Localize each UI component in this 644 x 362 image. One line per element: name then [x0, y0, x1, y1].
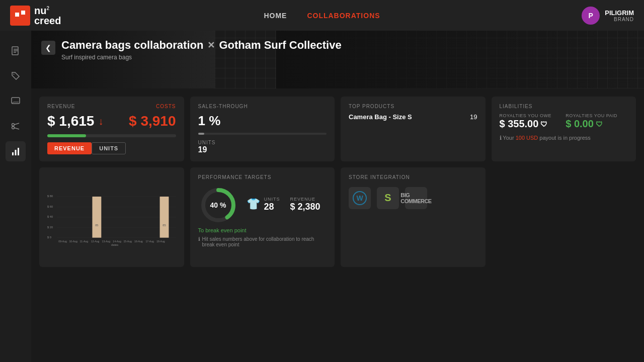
svg-line-10: [14, 123, 19, 125]
svg-text:$ 60: $ 60: [47, 205, 53, 208]
perf-numbers: UNITS 28 REVENUE $ 2,380: [264, 197, 320, 212]
hero-title-area: Camera bags collaboration ✕ Gotham Surf …: [61, 39, 342, 61]
royalties-paid-label: ROYALTIES YOU PAID: [566, 113, 628, 118]
top-navigation: nu2creed HOME COLLABORATIONS P PILIGRIM …: [0, 0, 644, 31]
liabilities-label: LIABILITIES: [500, 104, 628, 109]
performance-label: PERFORMANCE TARGETS: [198, 174, 327, 180]
info-icon: ℹ: [198, 236, 200, 242]
revenue-value-perf: $ 2,380: [290, 202, 320, 212]
nav-collaborations[interactable]: COLLABORATIONS: [307, 12, 380, 20]
revenue-label-perf: REVENUE: [290, 197, 320, 202]
top-products-label: TOP PRODUCTS: [349, 104, 477, 109]
bar-chart: $ 80 $ 60 $ 40 $ 20 $ 0: [47, 179, 176, 260]
revenue-value: $ 1,615 ↓: [47, 113, 103, 129]
big-text: BIGCOMMERCE: [400, 192, 431, 204]
nav-links: HOME COLLABORATIONS: [264, 12, 380, 20]
svg-text:10-Aug: 10-Aug: [69, 240, 77, 243]
logo-text: nu2creed: [34, 6, 61, 26]
store-icons: W S BIGCOMMERCE: [349, 187, 477, 209]
sidebar-item-scissors[interactable]: [6, 116, 26, 136]
back-icon: ❮: [45, 44, 51, 52]
svg-text:13-Aug: 13-Aug: [102, 240, 111, 243]
performance-card: PERFORMANCE TARGETS 40 % 👕: [190, 167, 335, 267]
logo[interactable]: nu2creed: [10, 6, 61, 26]
svg-text:15-Aug: 15-Aug: [123, 240, 132, 243]
sales-bar: [198, 133, 327, 135]
svg-rect-0: [15, 13, 19, 17]
donut-percent: 40 %: [210, 201, 226, 209]
payout-notice: ℹ Your 100 USD payout is in progress: [500, 135, 628, 141]
revenue-progress-fill: [47, 134, 86, 137]
sidebar-item-documents[interactable]: [6, 41, 26, 61]
units-toggle-button[interactable]: UNITS: [92, 142, 126, 154]
avatar[interactable]: P: [582, 7, 600, 25]
sales-percent-value: 1 %: [198, 113, 327, 129]
cost-value: $ 3,910: [129, 113, 176, 129]
perf-target-row: 👕 UNITS 28 REVENUE $ 2,380: [247, 197, 327, 212]
wordpress-icon[interactable]: W: [349, 187, 371, 209]
back-button[interactable]: ❮: [41, 41, 55, 55]
svg-point-6: [14, 74, 15, 75]
svg-text:$ 80: $ 80: [47, 195, 53, 198]
check-shield-icon: 🛡: [596, 120, 603, 128]
units-value: 19: [198, 145, 327, 154]
svg-rect-1: [21, 11, 25, 15]
hero-subtitle: Surf inspired camera bags: [61, 54, 342, 61]
royalties-owe-group: ROYALTIES YOU OWE $ 355.00 🛡: [500, 113, 562, 130]
costs-label: COSTS: [156, 104, 176, 109]
svg-text:W: W: [356, 194, 363, 202]
liabilities-grid: ROYALTIES YOU OWE $ 355.00 🛡 ROYALTIES Y…: [500, 113, 628, 130]
performance-hint: ℹ Hit sales numbers above for collaborat…: [198, 236, 327, 247]
user-info: PILIGRIM BRAND: [605, 9, 634, 22]
donut-row: 40 % 👕 UNITS 28 REVENUE: [198, 185, 327, 225]
svg-text:$ 40: $ 40: [47, 215, 53, 218]
sidebar-item-analytics[interactable]: [6, 141, 26, 161]
svg-text:11-Aug: 11-Aug: [80, 240, 89, 243]
nav-home[interactable]: HOME: [264, 12, 287, 20]
svg-text:14-Aug: 14-Aug: [113, 240, 121, 243]
royalties-paid-group: ROYALTIES YOU PAID $ 0.00 🛡: [566, 113, 628, 130]
svg-text:18-Aug: 18-Aug: [156, 240, 165, 243]
sales-bar-fill: [198, 133, 205, 135]
toggle-buttons: REVENUE UNITS: [47, 142, 176, 154]
logo-icon: [10, 6, 30, 26]
top-products-card: TOP PRODUCTS Camera Bag - Size S 19: [341, 97, 486, 161]
svg-text:17-Aug: 17-Aug: [145, 240, 154, 243]
bigcommerce-icon[interactable]: BIGCOMMERCE: [405, 187, 427, 209]
revenue-toggle-button[interactable]: REVENUE: [47, 142, 92, 154]
shield-icon: 🛡: [540, 120, 547, 128]
units-group: UNITS 28: [264, 197, 280, 212]
title-part2: Gotham Surf Collective: [219, 39, 341, 52]
product-name: Camera Bag - Size S: [349, 113, 412, 121]
svg-text:85: 85: [163, 224, 166, 227]
product-count: 19: [470, 113, 477, 121]
main-layout: ❮ Camera bags collaboration ✕ Gotham Sur…: [0, 31, 644, 362]
bottom-section: $ 80 $ 60 $ 40 $ 20 $ 0: [31, 161, 644, 275]
user-role: BRAND: [605, 17, 634, 22]
svg-text:$ 0: $ 0: [47, 236, 51, 239]
svg-text:12-Aug: 12-Aug: [91, 240, 100, 243]
svg-text:$ 20: $ 20: [47, 226, 53, 229]
svg-text:dates: dates: [111, 243, 118, 246]
svg-text:09-Aug: 09-Aug: [58, 240, 67, 243]
break-even-label: To break even point: [198, 227, 327, 233]
svg-rect-14: [18, 148, 19, 155]
liabilities-card: LIABILITIES ROYALTIES YOU OWE $ 355.00 🛡…: [492, 97, 636, 161]
svg-rect-13: [15, 150, 17, 155]
svg-point-8: [12, 124, 15, 126]
chart-card: $ 80 $ 60 $ 40 $ 20 $ 0: [39, 167, 184, 267]
user-name: PILIGRIM: [605, 9, 634, 17]
sidebar-item-messages[interactable]: [6, 91, 26, 111]
stats-section: REVENUE COSTS $ 1,615 ↓ $ 3,910 REVENUE …: [31, 88, 644, 161]
user-area: P PILIGRIM BRAND: [582, 7, 634, 25]
sidebar-item-tags[interactable]: [6, 66, 26, 86]
empty-area: [492, 167, 636, 267]
units-value-perf: 28: [264, 202, 280, 212]
revenue-label: REVENUE COSTS: [47, 104, 176, 109]
hero-banner: ❮ Camera bags collaboration ✕ Gotham Sur…: [31, 31, 644, 88]
shopify-icon[interactable]: S: [377, 187, 399, 209]
units-label-perf: UNITS: [264, 197, 280, 202]
product-row: Camera Bag - Size S 19: [349, 113, 477, 121]
revenue-group: REVENUE $ 2,380: [290, 197, 320, 212]
content-area: ❮ Camera bags collaboration ✕ Gotham Sur…: [31, 31, 644, 362]
